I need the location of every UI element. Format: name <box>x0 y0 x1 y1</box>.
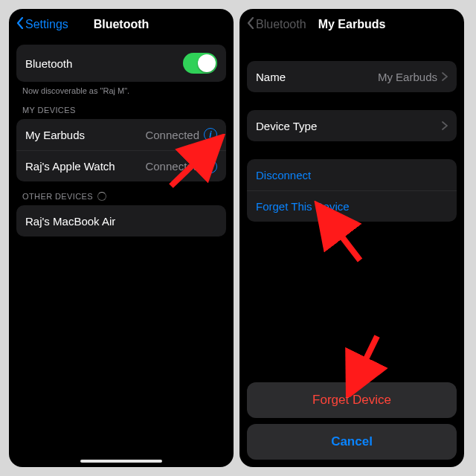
device-row[interactable]: Raj's MacBook Air <box>16 205 226 237</box>
disconnect-row[interactable]: Disconnect <box>247 159 457 190</box>
row-label: Forget This Device <box>256 200 350 213</box>
forget-device-row[interactable]: Forget This Device <box>247 190 457 222</box>
device-status: Connected <box>145 129 199 141</box>
discoverable-footnote: Now discoverable as "Raj M". <box>22 86 220 95</box>
spinner-icon <box>97 192 106 201</box>
bluetooth-settings-screen: Settings Bluetooth Bluetooth Now discove… <box>9 9 234 467</box>
toggle-switch[interactable] <box>183 53 217 74</box>
name-group: Name My Earbuds <box>247 61 457 92</box>
nav-title: My Earbuds <box>318 18 386 31</box>
device-name: Raj's MacBook Air <box>25 215 115 228</box>
my-devices-list: My Earbuds Connected i Raj's Apple Watch… <box>16 119 226 181</box>
button-label: Forget Device <box>312 393 391 407</box>
my-devices-header: MY DEVICES <box>22 106 220 115</box>
chevron-right-icon <box>442 71 448 83</box>
name-row[interactable]: Name My Earbuds <box>247 61 457 92</box>
other-devices-header: OTHER DEVICES <box>22 192 220 201</box>
row-label: Disconnect <box>256 169 311 181</box>
device-detail-screen: Bluetooth My Earbuds Name My Earbuds Dev… <box>239 9 464 467</box>
nav-bar: Settings Bluetooth <box>9 9 234 40</box>
chevron-left-icon <box>247 17 254 32</box>
type-group: Device Type <box>247 110 457 141</box>
row-label: Name <box>256 71 286 83</box>
section-header-label: MY DEVICES <box>22 106 76 115</box>
nav-title: Bluetooth <box>94 18 149 31</box>
name-value: My Earbuds <box>378 71 437 83</box>
back-button[interactable]: Bluetooth <box>247 17 306 32</box>
home-indicator <box>80 460 162 463</box>
device-name: Raj's Apple Watch <box>25 160 115 173</box>
other-devices-list: Raj's MacBook Air <box>16 205 226 237</box>
bluetooth-toggle-row[interactable]: Bluetooth <box>16 45 226 82</box>
device-name: My Earbuds <box>25 129 85 141</box>
chevron-left-icon <box>16 17 24 32</box>
cancel-button[interactable]: Cancel <box>247 424 457 460</box>
forget-device-button[interactable]: Forget Device <box>247 382 457 418</box>
row-label: Bluetooth <box>25 57 72 70</box>
action-sheet: Forget Device Cancel <box>247 382 457 460</box>
section-header-label: OTHER DEVICES <box>22 192 93 201</box>
back-label: Bluetooth <box>256 18 306 31</box>
device-status: Connected <box>145 160 199 173</box>
device-row[interactable]: Raj's Apple Watch Connected i <box>16 150 226 181</box>
button-label: Cancel <box>331 434 373 448</box>
nav-bar: Bluetooth My Earbuds <box>239 9 464 40</box>
actions-group: Disconnect Forget This Device <box>247 159 457 222</box>
back-label: Settings <box>25 18 68 31</box>
bluetooth-toggle-group: Bluetooth <box>16 45 226 82</box>
info-icon[interactable]: i <box>204 160 217 173</box>
device-row[interactable]: My Earbuds Connected i <box>16 119 226 150</box>
row-label: Device Type <box>256 120 317 132</box>
back-button[interactable]: Settings <box>16 17 68 32</box>
chevron-right-icon <box>442 120 448 132</box>
info-icon[interactable]: i <box>204 128 217 141</box>
device-type-row[interactable]: Device Type <box>247 110 457 141</box>
